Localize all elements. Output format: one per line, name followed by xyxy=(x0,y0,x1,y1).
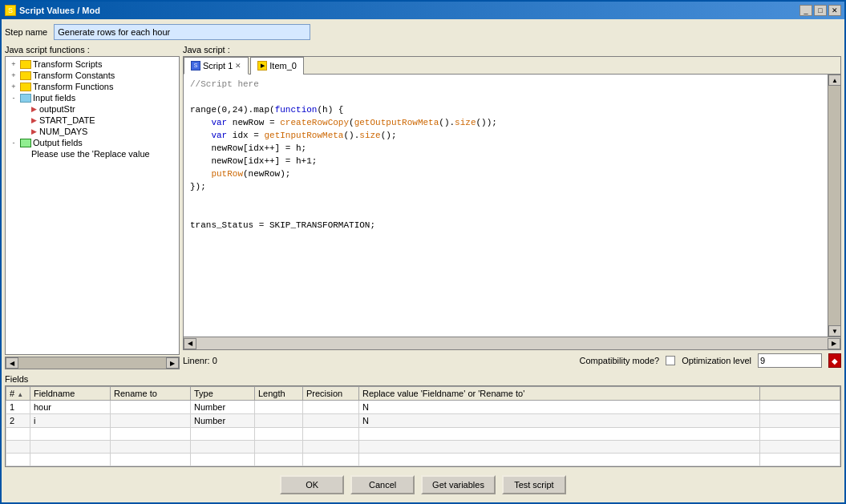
col-rename: Rename to xyxy=(111,387,191,401)
arrow-icon-numdays: ▶ xyxy=(31,127,38,135)
compat-label: Compatibility mode? xyxy=(580,356,660,365)
ok-button[interactable]: OK xyxy=(280,475,344,494)
scroll-track-v xyxy=(828,86,840,325)
col-length: Length xyxy=(255,387,303,401)
tree-item-output-fields[interactable]: - Output fields xyxy=(7,137,177,148)
left-panel-label: Java script functions : xyxy=(5,45,180,54)
arrow-icon-startdate: ▶ xyxy=(31,116,38,124)
opt-input[interactable] xyxy=(758,353,822,368)
fields-section: Fields # ▲ Fieldname Rename to Type Leng… xyxy=(5,373,841,467)
tree-item-output-msg: Please use the 'Replace value xyxy=(7,148,177,159)
script-icon-tab1: S xyxy=(191,61,200,71)
cell-precision xyxy=(303,401,359,414)
tree-label-scripts: Transform Scripts xyxy=(33,59,102,69)
cell-type: Number xyxy=(191,401,255,414)
tree-item-num-days[interactable]: ▶ NUM_DAYS xyxy=(7,126,177,137)
cell-length xyxy=(255,414,303,428)
scroll-down-btn[interactable]: ▼ xyxy=(828,325,841,337)
cell-length xyxy=(255,401,303,414)
cell-num: 1 xyxy=(6,401,30,414)
editor-scroll-left[interactable]: ◀ xyxy=(184,338,196,349)
folder-icon-scripts xyxy=(20,60,31,69)
step-name-label: Step name xyxy=(5,27,47,37)
editor-scroll-v[interactable]: ▲ ▼ xyxy=(828,75,840,337)
editor-scroll-h[interactable]: ◀ ▶ xyxy=(184,337,840,349)
tree-item-transform-constants[interactable]: + Transform Constants xyxy=(7,70,177,81)
expand-icon-constants: + xyxy=(9,71,18,80)
col-type: Type xyxy=(191,387,255,401)
tree-item-outputstr[interactable]: ▶ outputStr xyxy=(7,103,177,115)
cell-replace: N xyxy=(359,414,760,428)
tree-item-input-fields[interactable]: - Input fields xyxy=(7,92,177,103)
tree-label-startdate: START_DATE xyxy=(39,115,95,125)
cell-fieldname: i xyxy=(30,414,111,428)
folder-icon-functions xyxy=(20,83,31,91)
cancel-button[interactable]: Cancel xyxy=(350,475,415,494)
col-precision: Precision xyxy=(303,387,359,401)
maximize-button[interactable]: □ xyxy=(814,5,827,16)
expand-icon-input: - xyxy=(9,93,18,103)
table-row[interactable]: 1 hour Number N xyxy=(6,401,840,414)
buttons-row: OK Cancel Get variables Test script xyxy=(5,470,841,499)
col-extra xyxy=(760,387,840,401)
tree-item-start-date[interactable]: ▶ START_DATE xyxy=(7,115,177,126)
table-row-empty xyxy=(6,441,840,454)
editor-container: S Script 1 ✕ ▶ Item_0 //Script here rang… xyxy=(183,56,841,350)
scroll-up-btn[interactable]: ▲ xyxy=(828,75,841,86)
tree-label-input: Input fields xyxy=(33,93,75,103)
left-scroll-h[interactable]: ◀ ▶ xyxy=(5,357,180,369)
table-row-empty xyxy=(6,428,840,441)
subfolder-icon-input xyxy=(20,94,31,103)
compat-checkbox[interactable] xyxy=(666,356,675,365)
expand-icon-functions: + xyxy=(9,82,18,91)
get-variables-button[interactable]: Get variables xyxy=(421,475,496,494)
cell-num: 2 xyxy=(6,414,30,428)
left-panel: Java script functions : + Transform Scri… xyxy=(5,45,180,369)
cell-extra xyxy=(760,414,840,428)
linenr-text: Linenr: 0 xyxy=(183,356,217,365)
tab-item0[interactable]: ▶ Item_0 xyxy=(250,57,304,75)
table-row[interactable]: 2 i Number N xyxy=(6,414,840,428)
tree-item-transform-scripts[interactable]: + Transform Scripts xyxy=(7,58,177,70)
tab-item0-label: Item_0 xyxy=(269,61,297,71)
tree-label-functions: Transform Functions xyxy=(33,82,113,91)
cell-replace: N xyxy=(359,401,760,414)
cell-precision xyxy=(303,414,359,428)
title-buttons: _ □ ✕ xyxy=(799,5,841,16)
opt-spin[interactable]: ◆ xyxy=(828,353,841,368)
tab-script1-label: Script 1 xyxy=(203,61,233,71)
tab-script1[interactable]: S Script 1 ✕ xyxy=(184,57,249,75)
editor-scroll-right[interactable]: ▶ xyxy=(828,338,840,349)
scroll-left-btn[interactable]: ◀ xyxy=(6,357,18,369)
col-fieldname: Fieldname xyxy=(30,387,111,401)
expand-icon-scripts: + xyxy=(9,59,18,69)
table-row-empty xyxy=(6,454,840,466)
step-name-row: Step name xyxy=(5,22,841,42)
main-window: S Script Values / Mod _ □ ✕ Step name Ja… xyxy=(0,0,846,504)
tree-container[interactable]: + Transform Scripts + Transform Constant… xyxy=(5,56,180,355)
tree-label-output-msg: Please use the 'Replace value xyxy=(31,149,150,159)
col-num[interactable]: # ▲ xyxy=(6,387,30,401)
scroll-right-btn[interactable]: ▶ xyxy=(166,357,179,369)
test-script-button[interactable]: Test script xyxy=(502,475,566,494)
fields-table: # ▲ Fieldname Rename to Type Length Prec… xyxy=(6,386,840,466)
minimize-button[interactable]: _ xyxy=(799,5,812,16)
right-panel-label: Java script : xyxy=(183,45,841,54)
tab-close-script1[interactable]: ✕ xyxy=(235,62,241,70)
code-editor[interactable]: //Script here range(0,24).map(function(h… xyxy=(184,75,828,337)
subfolder-icon-output xyxy=(20,139,31,147)
close-button[interactable]: ✕ xyxy=(828,5,841,16)
title-bar-left: S Script Values / Mod xyxy=(5,5,100,16)
tree-label-output: Output fields xyxy=(33,138,83,147)
fields-label: Fields xyxy=(5,373,841,385)
cell-extra xyxy=(760,401,840,414)
col-replace-value: Replace value 'Fieldname' or 'Rename to' xyxy=(359,387,760,401)
arrow-icon-outputstr: ▶ xyxy=(31,105,38,113)
right-panel: Java script : S Script 1 ✕ ▶ Item_0 xyxy=(183,45,841,369)
tree-item-transform-functions[interactable]: + Transform Functions xyxy=(7,81,177,92)
opt-label: Optimization level xyxy=(682,356,751,365)
window-icon: S xyxy=(5,5,16,16)
step-name-input[interactable] xyxy=(54,24,310,40)
window-content: Step name Java script functions : + Tran… xyxy=(2,19,844,502)
item-icon-tab0: ▶ xyxy=(257,61,267,71)
